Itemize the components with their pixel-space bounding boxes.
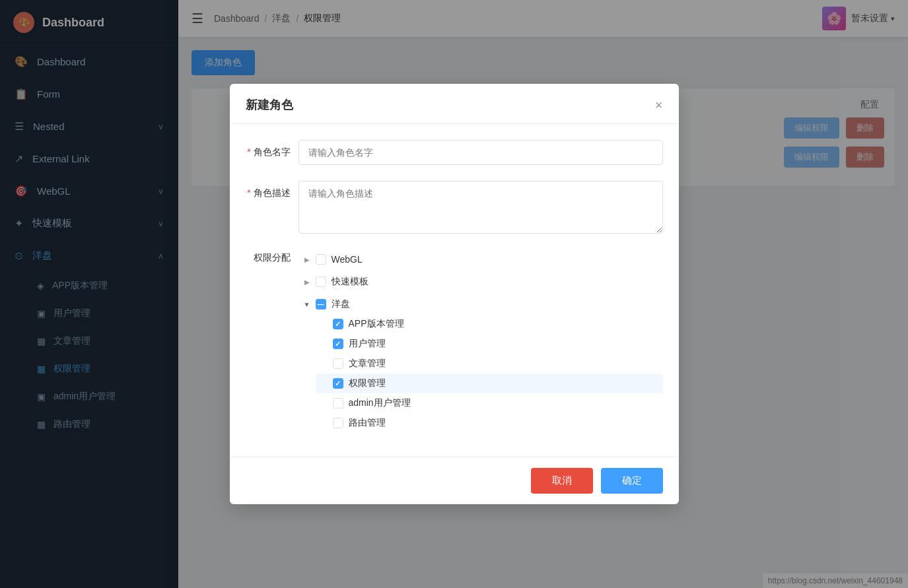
modal-close-button[interactable]: × (655, 98, 663, 112)
tree-node-label-article-mgmt: 文章管理 (349, 358, 386, 370)
checkbox-article-mgmt[interactable] (333, 358, 343, 369)
checkbox-yangpan[interactable] (316, 299, 326, 310)
role-desc-row: 角色描述 (246, 181, 663, 234)
modal-overlay[interactable]: 新建角色 × 角色名字 角色描述 权限分配 ▶ (0, 0, 908, 588)
role-name-label: 角色名字 (246, 140, 298, 165)
tree-node-admin-user: ▶ admin用户管理 (316, 393, 663, 413)
tree-children-yangpan: ▶ APP版本管理 ▶ 用户管理 (298, 314, 663, 433)
checkbox-route-mgmt[interactable] (333, 418, 343, 428)
perm-label: 权限分配 (246, 249, 298, 436)
tree-node-label-webgl: WebGL (332, 254, 363, 265)
tree-toggle-webgl[interactable]: ▶ (301, 253, 313, 265)
tree-node-label-user-mgmt: 用户管理 (349, 338, 386, 350)
tree-node-yangpan: ▼ 洋盘 ▶ APP版本管理 (298, 294, 663, 433)
tree-node-label-quick-template: 快速模板 (332, 276, 368, 288)
tree-node-user-mgmt: ▶ 用户管理 (316, 334, 663, 354)
tree-node-route-mgmt: ▶ 路由管理 (316, 413, 663, 433)
tree-node-quick-template: ▶ 快速模板 (298, 272, 663, 292)
perm-tree: ▶ WebGL ▶ 快速模板 (298, 249, 663, 436)
tree-node-perm-mgmt: ▶ 权限管理 (316, 374, 663, 393)
tree-node-label-admin-user: admin用户管理 (349, 397, 411, 409)
tree-node-label-yangpan: 洋盘 (332, 298, 350, 310)
perm-row: 权限分配 ▶ WebGL ▶ (246, 249, 663, 436)
modal-header: 新建角色 × (230, 84, 679, 124)
confirm-button[interactable]: 确定 (601, 468, 663, 494)
tree-node-app-version: ▶ APP版本管理 (316, 314, 663, 334)
checkbox-webgl[interactable] (316, 254, 326, 265)
tree-node-quick-template-row: ▶ 快速模板 (298, 272, 663, 292)
modal-body: 角色名字 角色描述 权限分配 ▶ WebGL (230, 124, 679, 457)
modal-title: 新建角色 (246, 97, 293, 113)
cancel-button[interactable]: 取消 (531, 468, 593, 494)
tree-toggle-yangpan[interactable]: ▼ (301, 298, 313, 310)
checkbox-app-version[interactable] (333, 319, 343, 329)
modal-dialog: 新建角色 × 角色名字 角色描述 权限分配 ▶ (230, 84, 679, 504)
tree-toggle-quick-template[interactable]: ▶ (301, 276, 313, 288)
tree-node-webgl-row: ▶ WebGL (298, 249, 663, 269)
tree-node-article-mgmt: ▶ 文章管理 (316, 354, 663, 374)
role-desc-input[interactable] (298, 181, 663, 234)
tree-node-label-route-mgmt: 路由管理 (349, 417, 386, 429)
checkbox-perm-mgmt[interactable] (333, 378, 343, 389)
role-name-input[interactable] (298, 140, 663, 165)
checkbox-admin-user[interactable] (333, 398, 343, 408)
tree-node-webgl: ▶ WebGL (298, 249, 663, 269)
checkbox-user-mgmt[interactable] (333, 339, 343, 349)
tree-node-label-app-version: APP版本管理 (349, 318, 404, 330)
checkbox-quick-template[interactable] (316, 277, 326, 287)
role-name-row: 角色名字 (246, 140, 663, 165)
role-desc-label: 角色描述 (246, 181, 298, 234)
tree-node-yangpan-row: ▼ 洋盘 (298, 294, 663, 314)
modal-footer: 取消 确定 (230, 457, 679, 504)
tree-node-label-perm-mgmt: 权限管理 (349, 377, 386, 389)
